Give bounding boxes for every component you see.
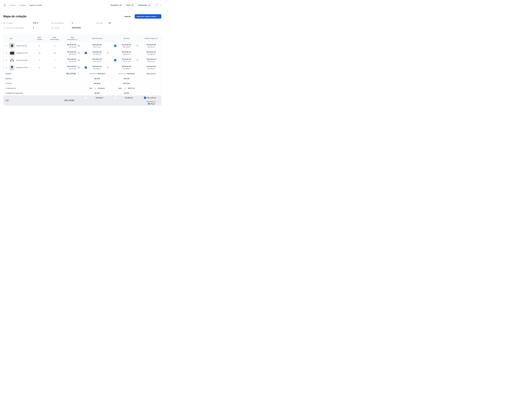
expand-subtotal-chevron-icon[interactable] [77, 72, 80, 75]
condicao-label: Condição de Pagamento [3, 91, 82, 95]
subtotal-byte-new: R$ 878,37 [98, 73, 105, 75]
impostos-nextech: R$ 0,00 [112, 76, 141, 81]
qty-cotada-cell: 5 [32, 42, 47, 49]
economia-cell: Economia R$ 77,13 [141, 100, 161, 105]
price-history-icon[interactable] [78, 66, 80, 69]
fornecedores-value: 3 [72, 22, 97, 24]
receipt-icon [3, 22, 5, 24]
offer-total-price: R$ 175,50 [93, 46, 102, 48]
item-number: 4 [5, 67, 8, 68]
best-offer-trophy-icon [136, 59, 139, 62]
item-cell: 3 Fone de ouvido [3, 57, 32, 64]
select-byte-offer-checkbox[interactable] [85, 52, 87, 54]
subtotal-nextech-new: R$ 339,30 [127, 73, 135, 75]
desconto-row: (-) Desconto % 5% R$ 46,23 10% R$ 37,70 [3, 86, 161, 91]
breadcrumb-current: Mapa de cotação [29, 4, 42, 6]
info-icon[interactable] [156, 37, 158, 39]
user-menu-chevron-icon[interactable] [160, 4, 161, 6]
best-offer-trophy-icon [107, 52, 109, 54]
nav-divider [153, 3, 153, 7]
product-image [9, 50, 15, 56]
offer-total-price: R$ 585,00 [93, 53, 102, 55]
melhor-compra-cell: R$ 29,90 UN R$ 149,50 [141, 42, 161, 49]
select-byte-offer-checkbox[interactable] [85, 66, 87, 69]
condicao-nextech: 30 DDL [112, 91, 141, 95]
offer-total-price: R$ 149,50 [122, 46, 131, 48]
offer-unit-price: R$ 59,90 UN [122, 51, 131, 53]
nextech-offer-cell: R$ 32,50 UN R$ 227,50 [112, 57, 141, 64]
nav-notificacoes[interactable]: Notificações [138, 4, 150, 6]
byte-solutions-offer-cell: R$ 34,90 UN R$ 175,50 [82, 42, 112, 49]
select-byte-offer-checkbox[interactable] [85, 45, 87, 47]
offer-unit-price: R$ 32,50 UN [122, 58, 131, 60]
items-table-icon [97, 22, 98, 24]
avatar[interactable] [155, 4, 159, 7]
col-header-item: Item [3, 35, 32, 42]
breadcrumb-item-cotacoes[interactable]: Cotações [19, 4, 26, 6]
import-button[interactable]: Importar [122, 14, 133, 19]
info-icon[interactable] [76, 39, 77, 40]
top-bar: › Compras › Cotações › Mapa de cotação N… [0, 0, 165, 10]
order-summary: Nº ordem 179 Fornecedores 3 [3, 22, 161, 29]
select-nextech-offer-checkbox[interactable] [114, 59, 116, 61]
select-nextech-offer-checkbox[interactable] [114, 45, 116, 47]
product-name: Webcam full HD [16, 66, 28, 68]
breadcrumb-separator: › [28, 4, 28, 6]
select-nextech-offer-checkbox[interactable] [114, 52, 116, 54]
select-nextech-offer-checkbox[interactable] [114, 66, 116, 69]
budget-unit-price: R$ 34,90 UN [67, 58, 76, 60]
top-navigation: Novidades Ajuda Notifica [106, 3, 161, 7]
calendar-icon [51, 27, 53, 29]
offer-total-price: R$ 599,00 [122, 53, 131, 55]
offer-unit-price: R$ 39,90 UN [93, 58, 102, 60]
offer-unit-price: R$ 29,90 UN [122, 44, 131, 46]
nav-notificacoes-label: Notificações [138, 4, 147, 6]
best-offer-trophy-icon [107, 66, 109, 69]
table-body: 1 Mouse sem fio 5 5 R$ 30,00 UN R$ 150,0… [3, 42, 161, 71]
price-history-icon[interactable] [78, 59, 80, 61]
qty-cotada-cell: 10 [32, 49, 47, 56]
product-name: Teclado sem fio [16, 52, 28, 54]
select-best-purchase-button[interactable]: Selecionar melhor compra [135, 14, 161, 19]
select-byte-total-checkbox[interactable] [85, 97, 87, 99]
melhor-compra-cell: R$ 84,90 UN R$ 339,60 [141, 64, 161, 71]
nav-ajuda[interactable]: Ajuda [126, 4, 133, 6]
nextech-offer-cell: R$ 29,90 UN R$ 149,50 [112, 42, 141, 49]
qty-cotada-cell: 4 [32, 64, 47, 71]
desconto-best: - [141, 86, 161, 91]
breadcrumb-item-compras[interactable]: Compras [9, 4, 16, 6]
impostos-best: - [141, 76, 161, 81]
select-best-total-checkbox[interactable] [144, 97, 146, 99]
subtotal-row: Subtotal R$ 1.373,90 R$ 924,60 R$ 878,37… [3, 71, 161, 76]
checklist-icon [3, 27, 5, 29]
budget-total-price: R$ 600,00 [67, 53, 76, 55]
total-budget-value: R$ 1.373,90 [65, 99, 74, 101]
help-circle-icon [131, 4, 133, 6]
qty-selecionada-cell: 7 [47, 57, 62, 64]
offer-total-price: R$ 359,60 [122, 68, 131, 70]
ordem-label: Nº ordem [3, 22, 33, 24]
select-byte-offer-checkbox[interactable] [85, 59, 87, 61]
best-total-price: R$ 585,00 [147, 53, 156, 55]
item-cell: 1 Mouse sem fio [3, 42, 32, 49]
ordem-value: 179 [33, 22, 51, 24]
subtotal-cell: Subtotal R$ 1.373,90 [3, 71, 82, 76]
condicao-best: - [141, 91, 161, 95]
price-history-icon[interactable] [78, 52, 80, 54]
nav-novidades[interactable]: Novidades [111, 4, 122, 6]
select-nextech-total-checkbox[interactable] [114, 97, 117, 99]
bell-icon [148, 4, 150, 6]
info-icon[interactable] [154, 101, 156, 103]
price-history-icon[interactable] [78, 45, 80, 47]
condicao-byte: 30 DDL [82, 91, 112, 95]
total-cell: Total R$ 1.373,90 [3, 95, 82, 105]
open-order-external-link-icon[interactable] [37, 22, 38, 24]
subtotal-nextech-old: R$ 377,00 [118, 73, 126, 75]
min-cotacoes-value: 3 [33, 27, 51, 29]
valor-orcamento-cell: R$ 94,90 UN R$ 379,60 [62, 64, 82, 71]
cart-icon[interactable] [3, 4, 6, 7]
budget-unit-price: R$ 30,00 UN [67, 44, 76, 46]
impostos-label: Impostos [3, 76, 82, 81]
subtotal-label: Subtotal [5, 73, 11, 75]
best-offer-trophy-icon [136, 45, 139, 47]
